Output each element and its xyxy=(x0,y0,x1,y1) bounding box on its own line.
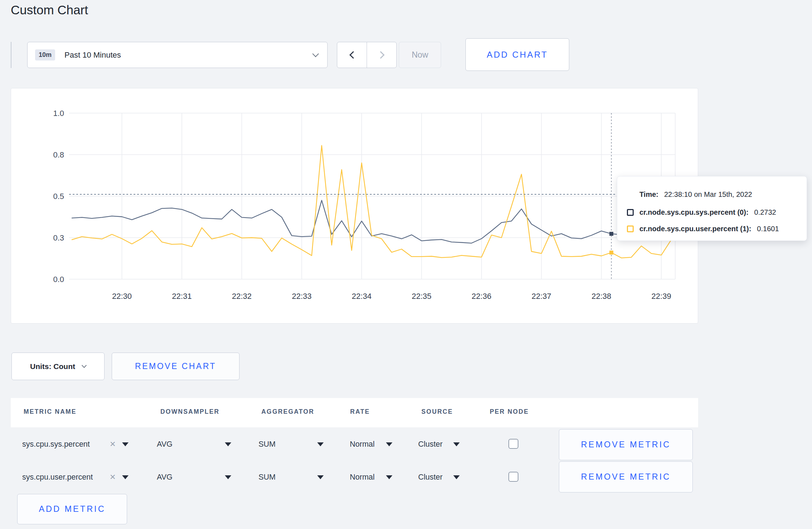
add-metric-button[interactable]: ADD METRIC xyxy=(17,494,127,524)
add-chart-button[interactable]: ADD CHART xyxy=(465,38,569,71)
series-sys-swatch-icon xyxy=(627,209,634,216)
page-title: Custom Chart xyxy=(11,3,88,17)
tooltip-series-name: cr.node.sys.cpu.sys.percent (0): xyxy=(639,208,749,217)
chevron-down-icon xyxy=(82,363,87,368)
time-forward-button[interactable] xyxy=(367,42,396,68)
metrics-table-header: METRIC NAME DOWNSAMPLER AGGREGATOR RATE … xyxy=(11,398,698,427)
header-source: SOURCE xyxy=(421,408,453,416)
chart-tooltip: Time: 22:38:10 on Mar 15th, 2022 cr.node… xyxy=(617,176,807,241)
svg-text:22:35: 22:35 xyxy=(412,292,431,301)
header-metric-name: METRIC NAME xyxy=(24,408,77,416)
header-rate: RATE xyxy=(350,408,370,416)
aggregator-select[interactable]: SUM xyxy=(258,440,276,449)
remove-chart-button[interactable]: REMOVE CHART xyxy=(112,353,240,380)
header-downsampler: DOWNSAMPLER xyxy=(160,408,219,416)
svg-text:0.3: 0.3 xyxy=(53,233,64,242)
tooltip-series-name: cr.node.sys.cpu.user.percent (1): xyxy=(639,225,751,233)
svg-text:22:34: 22:34 xyxy=(352,292,372,301)
header-aggregator: AGGREGATOR xyxy=(261,408,314,416)
svg-text:0.5: 0.5 xyxy=(53,192,64,201)
source-caret-icon[interactable] xyxy=(453,442,460,446)
rate-caret-icon[interactable] xyxy=(386,475,392,479)
chevron-left-icon xyxy=(349,51,357,59)
tooltip-series-row: cr.node.sys.cpu.sys.percent (0): 0.2732 xyxy=(627,208,776,217)
tooltip-series-row: cr.node.sys.cpu.user.percent (1): 0.1601 xyxy=(627,224,779,233)
source-select[interactable]: Cluster xyxy=(418,473,443,482)
now-button[interactable]: Now xyxy=(399,42,441,68)
rate-caret-icon[interactable] xyxy=(386,442,392,446)
remove-metric-x-icon[interactable]: ✕ xyxy=(110,473,116,481)
svg-text:22:38: 22:38 xyxy=(591,292,611,301)
units-label: Units: Count xyxy=(30,362,75,371)
per-node-checkbox[interactable] xyxy=(508,472,518,482)
svg-text:1.0: 1.0 xyxy=(53,109,64,118)
svg-text:0.0: 0.0 xyxy=(53,275,64,284)
svg-text:22:33: 22:33 xyxy=(292,292,311,301)
tooltip-time-label: Time: xyxy=(639,190,658,199)
chart-card: 0.00.30.50.81.022:3022:3122:3222:3322:34… xyxy=(11,88,698,324)
tooltip-time-value: 22:38:10 on Mar 15th, 2022 xyxy=(664,190,752,199)
svg-text:22:31: 22:31 xyxy=(172,292,192,301)
chevron-down-icon xyxy=(312,50,319,57)
svg-text:22:32: 22:32 xyxy=(232,292,252,301)
svg-text:22:39: 22:39 xyxy=(652,292,671,301)
time-range-dropdown[interactable]: 10m Past 10 Minutes xyxy=(27,42,328,68)
line-chart[interactable]: 0.00.30.50.81.022:3022:3122:3222:3322:34… xyxy=(11,88,698,323)
tooltip-series-value: 0.1601 xyxy=(757,225,779,233)
metric-name-select[interactable]: sys.cpu.user.percent xyxy=(22,473,93,482)
time-range-label: Past 10 Minutes xyxy=(64,50,121,60)
timewindow-divider xyxy=(11,42,11,68)
rate-select[interactable]: Normal xyxy=(350,473,374,482)
rate-select[interactable]: Normal xyxy=(350,440,374,449)
svg-text:22:36: 22:36 xyxy=(472,292,491,301)
svg-text:22:37: 22:37 xyxy=(532,292,551,301)
remove-metric-x-icon[interactable]: ✕ xyxy=(110,440,116,448)
remove-metric-button[interactable]: REMOVE METRIC xyxy=(559,429,693,460)
header-per-node: PER NODE xyxy=(490,408,529,416)
aggregator-caret-icon[interactable] xyxy=(317,442,324,446)
downsampler-caret-icon[interactable] xyxy=(225,442,231,446)
chevron-right-icon xyxy=(377,51,384,59)
time-back-button[interactable] xyxy=(337,42,367,68)
aggregator-select[interactable]: SUM xyxy=(258,473,276,482)
tooltip-time-row: Time: 22:38:10 on Mar 15th, 2022 xyxy=(627,190,752,199)
per-node-checkbox[interactable] xyxy=(508,439,518,449)
time-nav-group xyxy=(337,42,397,68)
source-select[interactable]: Cluster xyxy=(418,440,443,449)
time-range-badge: 10m xyxy=(35,49,55,60)
downsampler-select[interactable]: AVG xyxy=(157,440,173,449)
tooltip-series-value: 0.2732 xyxy=(754,208,776,217)
svg-text:0.8: 0.8 xyxy=(53,150,64,159)
downsampler-select[interactable]: AVG xyxy=(157,473,173,482)
downsampler-caret-icon[interactable] xyxy=(225,475,231,479)
series-user-swatch-icon xyxy=(627,225,634,232)
remove-metric-button[interactable]: REMOVE METRIC xyxy=(559,461,693,492)
metric-select-caret-icon[interactable] xyxy=(122,442,129,446)
metric-select-caret-icon[interactable] xyxy=(122,475,129,479)
units-dropdown[interactable]: Units: Count xyxy=(11,353,105,380)
svg-text:22:30: 22:30 xyxy=(112,292,132,301)
source-caret-icon[interactable] xyxy=(453,475,460,479)
aggregator-caret-icon[interactable] xyxy=(317,475,324,479)
metric-name-select[interactable]: sys.cpu.sys.percent xyxy=(22,440,90,449)
